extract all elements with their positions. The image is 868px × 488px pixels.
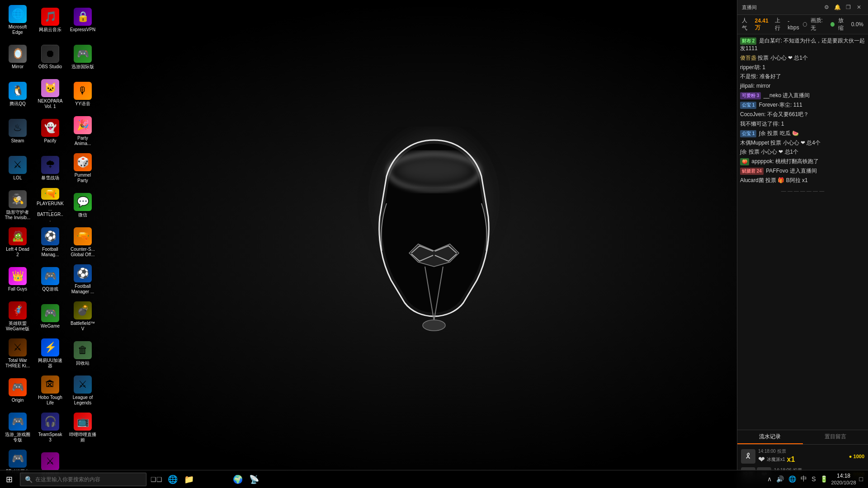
stream-stats-bar: 人气 24.41万 上行 -kbps 画质: 无 放缩 0.0%	[737, 15, 868, 34]
desktop-icon-steam[interactable]: ♨Steam	[2, 113, 33, 149]
desktop-icon-storm-war[interactable]: 🌩暴雪战场	[35, 150, 66, 186]
stream-title: 直播间	[742, 4, 757, 11]
desktop-icon-battlefield5[interactable]: 💣Battlefield™ V	[67, 299, 98, 334]
icon-image-mgame: 🎮	[9, 413, 27, 431]
desktop-icon-total-war[interactable]: ⚔Total War THREE Ki...	[2, 336, 33, 371]
desktop-icon-pacify[interactable]: 👻Pacify	[35, 113, 66, 149]
desktop-icon-mirror[interactable]: 🪞Mirror	[2, 39, 33, 75]
expand-tray-icon[interactable]: ∧	[766, 475, 773, 483]
chat-message: 财布 2 是白某吖: 不知道为什么，还是要跟大伙一起发1111	[740, 37, 865, 52]
desktop-icon-football-manager-2[interactable]: ⚽Football Manager ...	[67, 262, 98, 297]
desktop-icon-tencent-qq[interactable]: 🐧腾讯QQ	[2, 76, 33, 112]
popularity-label: 人气	[742, 17, 751, 32]
icon-image-nekopara: 🐱	[41, 79, 59, 97]
desktop-icon-wechat[interactable]: 💬微信	[67, 188, 98, 223]
taskbar: ⊞ 🔍 ❑❑ 🌐 📁 🛡 ✉ 🌍 📡 ∧ 🔊 🌐 中 S 🔋 14:18 202…	[0, 470, 868, 488]
store-taskbar-icon[interactable]: 🛡	[197, 471, 213, 488]
desktop-icon-party-animals[interactable]: 🎉Party Anima...	[67, 113, 98, 149]
icon-label-mirror: Mirror	[12, 64, 24, 70]
explorer-taskbar-icon[interactable]: 📁	[181, 471, 197, 488]
tab-record[interactable]: 流水记录	[737, 430, 803, 444]
desktop-icon-pummel-party[interactable]: 🎲Pummel Party	[67, 150, 98, 186]
desktop-icon-wegame[interactable]: 🎮WeGame	[35, 299, 66, 334]
icon-image-hobo-tough: 🏚	[41, 375, 59, 394]
network-icon[interactable]: 中	[799, 475, 808, 483]
desktop-icon-qq-game[interactable]: 🎮QQ游戏	[35, 262, 66, 297]
icon-image-pacify: 👻	[41, 119, 59, 137]
search-input[interactable]	[35, 476, 142, 483]
volume-icon[interactable]: 🌐	[787, 475, 797, 483]
message-text: ripper胡: 1	[740, 64, 765, 70]
image-quality-radio[interactable]	[803, 22, 807, 27]
desktop-icon-game-intl[interactable]: 🎮迅游国际版	[67, 39, 98, 75]
browser2-taskbar-icon[interactable]: 🌍	[230, 471, 246, 488]
user-badge: 可爱粉 3	[740, 92, 761, 99]
icon-label-pummel-party: Pummel Party	[69, 173, 96, 183]
icon-label-party-animals: Party Anima...	[69, 136, 96, 146]
mail-taskbar-icon[interactable]: ✉	[213, 471, 230, 488]
popularity-value: 24.41万	[755, 18, 771, 32]
wifi-icon[interactable]: 🔊	[775, 475, 785, 483]
desktop-icon-shuangxiong[interactable]: 🦸英雄联盟 WeGame版	[2, 299, 33, 334]
icon-image-fall-guys: 👑	[9, 267, 27, 285]
icon-image-yy-voice: 🎙	[74, 82, 92, 100]
task-view-icon[interactable]: ❑❑	[148, 471, 165, 488]
desktop-icon-csgo[interactable]: 🔫Counter-S... Global Off...	[67, 225, 98, 260]
icon-image-steam: ♨	[9, 119, 27, 137]
chat-message: ∫余 投票 小心心 ❤ 总1个	[740, 148, 865, 156]
zoom-radio[interactable]	[830, 22, 835, 27]
icon-image-qq-game: 🎮	[41, 267, 59, 285]
settings-icon[interactable]: ⚙	[822, 3, 831, 12]
icon-label-football-manager: Football Manag...	[37, 247, 64, 258]
desktop-icon-yy-voice[interactable]: 🎙YY语音	[67, 76, 98, 112]
desktop-icon-l4d2[interactable]: 🧟Left 4 Dead 2	[2, 225, 33, 260]
minimize-icon[interactable]: 🔔	[833, 3, 842, 12]
misc-taskbar-icon[interactable]: 📡	[246, 471, 262, 488]
footer-tabs: 流水记录 置目留言	[737, 430, 868, 445]
desktop-icon-microsoft-edge[interactable]: 🌐Microsoft Edge	[2, 2, 33, 38]
desktop-icon-nekopara[interactable]: 🐱NEKOPARA Vol. 1	[35, 76, 66, 112]
battery-icon[interactable]: 🔋	[819, 475, 829, 483]
restore-icon[interactable]: ❐	[844, 3, 853, 12]
icon-image-the-invisible: 🕵	[9, 190, 27, 208]
notification-icon[interactable]: □	[858, 475, 864, 483]
desktop-icon-football-manager[interactable]: ⚽Football Manag...	[35, 225, 66, 260]
start-button[interactable]: ⊞	[0, 470, 18, 488]
stream-panel: 直播间 ⚙ 🔔 ❐ ✕ 人气 24.41万 上行 -kbps 画质: 无 放缩 …	[737, 0, 868, 488]
search-bar[interactable]: 🔍	[20, 473, 146, 486]
icon-label-football-manager-2: Football Manager ...	[69, 284, 96, 295]
edge-taskbar-icon[interactable]: 🌐	[165, 471, 181, 488]
icon-image-yingxiong: ⚔	[41, 452, 59, 470]
close-icon[interactable]: ✕	[854, 3, 863, 12]
icon-image-mirror: 🪞	[9, 45, 27, 63]
message-text: 投票 小心心 ❤ 总1个	[758, 55, 808, 61]
icon-image-recycle-bin: 🗑	[74, 341, 92, 359]
desktop-icon-wyy-music[interactable]: 🎵网易云音乐	[35, 2, 66, 38]
icon-label-microsoft-edge: Microsoft Edge	[4, 24, 31, 35]
desktop-icon-origin[interactable]: 🎮Origin	[2, 373, 33, 408]
desktop-icon-hobo-tough[interactable]: 🏚Hobo Tough Life	[35, 373, 66, 408]
desktop-icon-the-invisible[interactable]: 🕵隐形守护者 The Invisib...	[2, 188, 33, 223]
desktop-icon-pubg[interactable]: 🔫PLAYERUNK... BATTLEGR...	[35, 188, 66, 223]
desktop-icon-obs-studio[interactable]: ⏺OBS Studio	[35, 39, 66, 75]
desktop-icon-fall-guys[interactable]: 👑Fall Guys	[2, 262, 33, 297]
desktop-icon-recycle-bin[interactable]: 🗑回收站	[67, 336, 98, 371]
icon-image-teamspeak3: 🎧	[41, 413, 59, 431]
chat-message: Alucard菌 投票 🎁 B阿拉 x1	[740, 177, 865, 184]
desktop-icon-uu-booster[interactable]: ⚡网易UU加速器	[35, 336, 66, 371]
desktop-icon-teamspeak3[interactable]: 🎧TeamSpeak 3	[35, 410, 66, 445]
clock-time: 14:18	[831, 473, 856, 480]
desktop-icon-expressvpn[interactable]: 🔒ExpressVPN	[67, 2, 98, 38]
desktop-icon-league-of-legends[interactable]: ⚔League of Legends	[67, 373, 98, 408]
desktop-icon-mhome[interactable]: 📺哔哩哔哩直播姬	[67, 410, 98, 445]
ime-icon[interactable]: S	[810, 475, 817, 483]
icon-label-storm-war: 暴雪战场	[41, 175, 59, 181]
desktop-icon-mgame[interactable]: 🎮迅游_游戏圈专版	[2, 410, 33, 445]
svg-point-3	[423, 320, 445, 331]
icon-label-the-invisible: 隐形守护者 The Invisib...	[4, 210, 31, 221]
tab-room[interactable]: 置目留言	[803, 430, 868, 444]
gift-record-item: 🎗 14:18:00 投票 ❤ 冰魔派x1 x1 ● 1000	[741, 448, 864, 465]
gift-heart-icon: ❤	[758, 455, 765, 465]
desktop-icon-lol[interactable]: ⚔LOL	[2, 150, 33, 186]
message-text: ∫余 投票 吃瓜 🍉	[759, 130, 799, 136]
